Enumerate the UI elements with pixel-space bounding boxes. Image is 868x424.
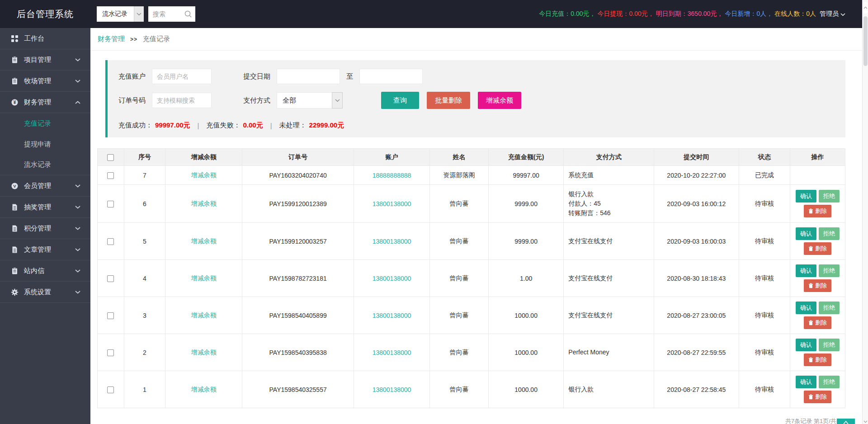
clipboard-icon	[11, 267, 19, 275]
sidebar-item-workbench[interactable]: 工作台	[0, 28, 90, 49]
cell-seq: 3	[124, 297, 165, 334]
adjust-balance-link[interactable]: 增减余额	[191, 237, 217, 245]
sidebar-subitem-flow-records[interactable]: 流水记录	[0, 155, 90, 175]
cell-status: 待审核	[739, 334, 790, 371]
account-link[interactable]: 13800138000	[373, 386, 411, 393]
trash-icon	[808, 283, 813, 288]
reject-button[interactable]: 拒绝	[819, 339, 840, 351]
row-checkbox[interactable]	[107, 275, 114, 282]
confirm-button[interactable]: 确认	[796, 376, 816, 388]
cell-amount: 1.00	[488, 260, 563, 297]
confirm-button[interactable]: 确认	[796, 227, 816, 240]
sidebar-item-points-management[interactable]: 积分管理	[0, 218, 90, 239]
adjust-balance-link[interactable]: 增减余额	[191, 349, 217, 356]
cell-payment: 系统充值	[564, 166, 654, 185]
sidebar-item-site-messages[interactable]: 站内信	[0, 260, 90, 282]
scrollbar-up-arrow[interactable]	[863, 2, 868, 14]
back-to-top-fixbar[interactable]	[837, 419, 855, 424]
reject-button[interactable]: 拒绝	[819, 264, 840, 277]
delete-button[interactable]: 删除	[804, 242, 831, 255]
cell-payment: Perfect Money	[564, 334, 654, 371]
recharge-account-input[interactable]	[152, 69, 212, 84]
sidebar-subitem-recharge-records[interactable]: 充值记录	[0, 113, 90, 134]
delete-button[interactable]: 删除	[804, 353, 831, 366]
table-row: 4增减余额PAY159878272318113800138000曾向蕃1.00支…	[98, 260, 845, 297]
adjust-balance-link[interactable]: 增减余额	[191, 200, 217, 207]
cell-payment: 银行入款付款人：45转账附言：546	[564, 185, 654, 223]
select-all-checkbox[interactable]	[107, 154, 114, 161]
module-select[interactable]: 流水记录	[97, 6, 144, 22]
account-link[interactable]: 13800138000	[373, 200, 411, 207]
adjust-balance-link[interactable]: 增减余额	[191, 386, 217, 393]
sidebar-item-lottery-management[interactable]: 抽奖管理	[0, 197, 90, 218]
admin-menu[interactable]: 管理员	[820, 10, 845, 18]
sidebar-item-member-management[interactable]: V会员管理	[0, 175, 90, 197]
order-number-input[interactable]	[152, 93, 212, 108]
reject-button[interactable]: 拒绝	[819, 302, 840, 314]
app-title: 后台管理系统	[0, 8, 90, 20]
row-checkbox[interactable]	[107, 312, 114, 319]
account-link[interactable]: 13800138000	[373, 275, 411, 282]
account-link[interactable]: 18888888888	[373, 172, 411, 179]
batch-delete-button[interactable]: 批量删除	[427, 92, 470, 109]
pay-method-select[interactable]: 全部	[277, 92, 343, 108]
sidebar-item-pasture-management[interactable]: 牧场管理	[0, 71, 90, 92]
confirm-button[interactable]: 确认	[796, 264, 816, 277]
column-header: 增减余额	[165, 149, 242, 166]
pay-method-value: 全部	[277, 92, 332, 108]
search-icon[interactable]	[184, 10, 192, 19]
breadcrumb-parent[interactable]: 财务管理	[98, 35, 125, 43]
confirm-button[interactable]: 确认	[796, 302, 816, 314]
row-checkbox[interactable]	[107, 201, 114, 207]
reject-button[interactable]: 拒绝	[819, 227, 840, 240]
scrollbar-thumb[interactable]	[863, 16, 868, 66]
delete-button[interactable]: 删除	[804, 316, 831, 329]
date-to-input[interactable]	[359, 69, 423, 84]
query-button[interactable]: 查询	[381, 92, 419, 109]
stat-item: 明日到期：3650.00元，	[656, 10, 723, 18]
chevron-down-icon	[75, 80, 80, 83]
sidebar-item-article-management[interactable]: 文章管理	[0, 239, 90, 260]
sidebar-item-system-settings[interactable]: 系统设置	[0, 282, 90, 303]
sidebar-item-project-management[interactable]: 项目管理	[0, 49, 90, 71]
confirm-button[interactable]: 确认	[796, 190, 816, 203]
delete-button[interactable]: 删除	[804, 391, 831, 403]
account-link[interactable]: 13800138000	[373, 349, 411, 356]
summary-fail-value: 0.00元	[243, 121, 263, 130]
account-link[interactable]: 13800138000	[373, 312, 411, 319]
sidebar-item-finance-management[interactable]: ¥财务管理	[0, 92, 90, 113]
table-row: 7增减余额PAY160320402074018888888888资源部落阁999…	[98, 166, 845, 185]
reject-button[interactable]: 拒绝	[819, 190, 840, 203]
delete-button[interactable]: 删除	[804, 279, 831, 292]
chevron-down-icon	[75, 206, 80, 209]
cell-name: 曾向蕃	[430, 185, 489, 223]
adjust-balance-button[interactable]: 增减余额	[478, 92, 521, 109]
delete-button[interactable]: 删除	[804, 205, 831, 217]
table-row: 6增减余额PAY159912001238913800138000曾向蕃9999.…	[98, 185, 845, 223]
breadcrumb-separator: >>	[130, 36, 137, 42]
trash-icon	[808, 357, 813, 363]
date-from-input[interactable]	[277, 69, 340, 84]
adjust-balance-link[interactable]: 增减余额	[191, 274, 217, 282]
adjust-balance-link[interactable]: 增减余额	[191, 311, 217, 319]
row-checkbox[interactable]	[107, 386, 114, 393]
reject-button[interactable]: 拒绝	[819, 376, 840, 388]
scrollbar-down-arrow[interactable]	[863, 420, 868, 423]
sidebar-subitem-withdraw-requests[interactable]: 提现申请	[0, 134, 90, 155]
row-checkbox[interactable]	[107, 238, 114, 245]
table-row: 2增减余额PAY159854039583813800138000曾向蕃1000.…	[98, 334, 845, 371]
v-circle-icon: V	[11, 182, 19, 190]
row-checkbox[interactable]	[107, 172, 114, 179]
cell-payment: 支付宝在线支付	[564, 297, 654, 334]
account-link[interactable]: 13800138000	[373, 238, 411, 245]
cell-seq: 1	[124, 371, 165, 408]
chevron-down-icon	[75, 269, 80, 273]
adjust-balance-link[interactable]: 增减余额	[191, 171, 217, 179]
scrollbar[interactable]	[862, 0, 868, 424]
cell-seq: 4	[124, 260, 165, 297]
confirm-button[interactable]: 确认	[796, 339, 816, 351]
cell-actions: 确认 拒绝 删除	[790, 334, 845, 371]
filter-panel: 充值账户 提交日期 至 订单号码 支付方式 全部	[105, 60, 845, 137]
clipboard-icon	[11, 56, 19, 64]
row-checkbox[interactable]	[107, 349, 114, 356]
